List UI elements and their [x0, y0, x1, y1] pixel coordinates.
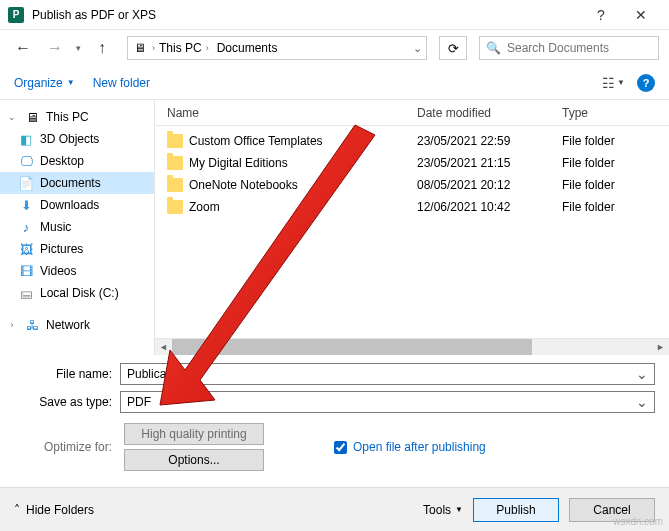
downloads-icon: ⬇ — [18, 197, 34, 213]
sidebar-item-label: Pictures — [40, 242, 83, 256]
disk-icon: 🖴 — [18, 285, 34, 301]
organize-menu[interactable]: Organize▼ — [14, 76, 75, 90]
checkbox-icon[interactable] — [334, 441, 347, 454]
filename-input[interactable]: Publication2 — [120, 363, 655, 385]
expand-icon[interactable]: › — [6, 320, 18, 330]
help-button[interactable]: ? — [581, 1, 621, 29]
column-date[interactable]: Date modified — [417, 106, 562, 120]
sidebar-item-pictures[interactable]: 🖼Pictures — [0, 238, 154, 260]
sidebar-item-desktop[interactable]: 🖵Desktop — [0, 150, 154, 172]
publish-button[interactable]: Publish — [473, 498, 559, 522]
list-item[interactable]: My Digital Editions23/05/2021 21:15File … — [155, 152, 669, 174]
folder-icon — [167, 178, 183, 192]
collapse-icon[interactable]: ⌄ — [6, 112, 18, 122]
optimize-value: High quality printing — [124, 423, 264, 445]
open-after-label: Open file after publishing — [353, 440, 486, 454]
documents-icon: 📄 — [18, 175, 34, 191]
saveastype-label: Save as type: — [14, 395, 120, 409]
column-type[interactable]: Type — [562, 106, 657, 120]
sidebar-item-3dobjects[interactable]: ◧3D Objects — [0, 128, 154, 150]
sidebar-item-network[interactable]: › 🖧 Network — [0, 314, 154, 336]
new-folder-button[interactable]: New folder — [93, 76, 150, 90]
sidebar-item-thispc[interactable]: ⌄ 🖥 This PC — [0, 106, 154, 128]
pictures-icon: 🖼 — [18, 241, 34, 257]
open-after-checkbox[interactable]: Open file after publishing — [334, 440, 486, 454]
breadcrumb-documents[interactable]: Documents — [213, 41, 282, 55]
breadcrumb-thispc[interactable]: This PC› — [155, 41, 213, 55]
close-button[interactable]: ✕ — [621, 1, 661, 29]
file-list-header: Name Date modified Type — [155, 100, 669, 126]
folder-icon — [167, 156, 183, 170]
saveastype-select[interactable]: PDF — [120, 391, 655, 413]
filename-label: File name: — [14, 367, 120, 381]
scroll-left-icon[interactable]: ◄ — [155, 342, 172, 352]
back-arrow-icon[interactable]: ← — [10, 35, 36, 61]
info-icon[interactable]: ? — [637, 74, 655, 92]
network-icon: 🖧 — [24, 317, 40, 333]
chevron-up-icon: ˄ — [14, 503, 20, 517]
sidebar-item-label: Local Disk (C:) — [40, 286, 119, 300]
breadcrumb-dropdown-icon[interactable]: ⌄ — [413, 42, 422, 55]
list-item[interactable]: Zoom12/06/2021 10:42File folder — [155, 196, 669, 218]
list-item[interactable]: Custom Office Templates23/05/2021 22:59F… — [155, 130, 669, 152]
folder-icon — [167, 134, 183, 148]
app-icon: P — [8, 7, 24, 23]
breadcrumb[interactable]: 🖥 › This PC› Documents ⌄ — [127, 36, 427, 60]
window-title: Publish as PDF or XPS — [32, 8, 581, 22]
sidebar-item-documents[interactable]: 📄Documents — [0, 172, 154, 194]
column-name[interactable]: Name — [167, 106, 417, 120]
sidebar-item-label: This PC — [46, 110, 89, 124]
sidebar: ⌄ 🖥 This PC ◧3D Objects 🖵Desktop 📄Docume… — [0, 100, 155, 355]
watermark: wsxdn.com — [613, 516, 663, 527]
tools-menu[interactable]: Tools▼ — [423, 503, 463, 517]
sidebar-item-downloads[interactable]: ⬇Downloads — [0, 194, 154, 216]
view-mode-button[interactable]: ☷▼ — [602, 75, 625, 91]
pc-icon: 🖥 — [24, 109, 40, 125]
sidebar-item-music[interactable]: ♪Music — [0, 216, 154, 238]
up-arrow-icon[interactable]: ↑ — [89, 35, 115, 61]
desktop-icon: 🖵 — [18, 153, 34, 169]
search-input[interactable]: 🔍 Search Documents — [479, 36, 659, 60]
sidebar-item-label: Documents — [40, 176, 101, 190]
sidebar-item-label: Videos — [40, 264, 76, 278]
sidebar-item-localdisk[interactable]: 🖴Local Disk (C:) — [0, 282, 154, 304]
sidebar-item-label: 3D Objects — [40, 132, 99, 146]
search-placeholder: Search Documents — [507, 41, 609, 55]
hide-folders-button[interactable]: ˄ Hide Folders — [14, 503, 94, 517]
sidebar-item-label: Music — [40, 220, 71, 234]
videos-icon: 🎞 — [18, 263, 34, 279]
folder-icon — [167, 200, 183, 214]
sidebar-item-label: Desktop — [40, 154, 84, 168]
scroll-right-icon[interactable]: ► — [652, 342, 669, 352]
music-icon: ♪ — [18, 219, 34, 235]
cube-icon: ◧ — [18, 131, 34, 147]
history-dropdown-icon[interactable]: ▾ — [74, 43, 83, 53]
sidebar-item-videos[interactable]: 🎞Videos — [0, 260, 154, 282]
horizontal-scrollbar[interactable]: ◄ ► — [155, 338, 669, 355]
pc-icon: 🖥 — [132, 40, 148, 56]
refresh-icon[interactable]: ⟳ — [439, 36, 467, 60]
search-icon: 🔍 — [486, 41, 501, 55]
sidebar-item-label: Network — [46, 318, 90, 332]
options-button[interactable]: Options... — [124, 449, 264, 471]
optimize-label: Optimize for: — [14, 440, 120, 454]
sidebar-item-label: Downloads — [40, 198, 99, 212]
forward-arrow-icon[interactable]: → — [42, 35, 68, 61]
list-item[interactable]: OneNote Notebooks08/05/2021 20:12File fo… — [155, 174, 669, 196]
file-list: Custom Office Templates23/05/2021 22:59F… — [155, 126, 669, 338]
